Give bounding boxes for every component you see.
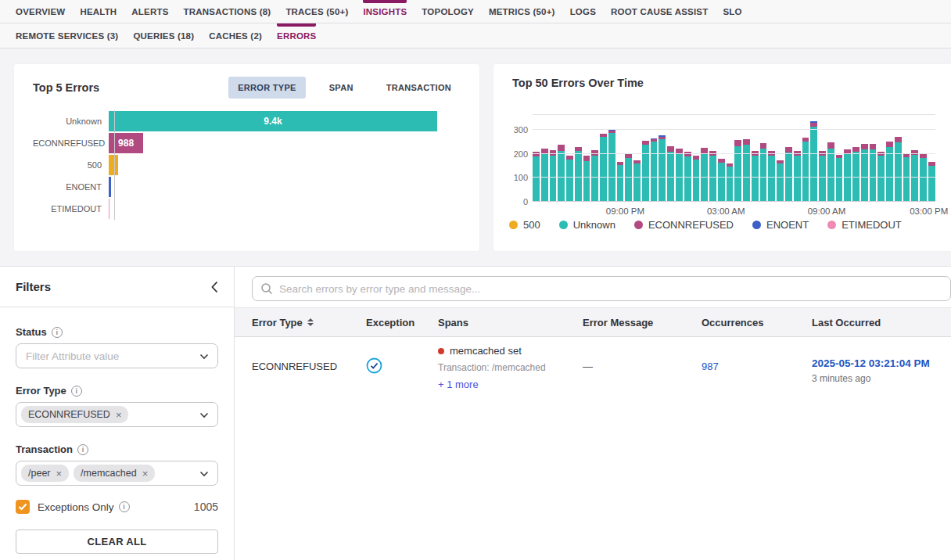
- clear-all-button[interactable]: CLEAR ALL: [16, 529, 218, 554]
- stacked-bar[interactable]: [583, 156, 590, 202]
- tab-root-cause-assist[interactable]: ROOT CAUSE ASSIST: [611, 0, 708, 23]
- info-icon[interactable]: i: [71, 386, 82, 397]
- stacked-bar[interactable]: [777, 160, 784, 202]
- stacked-bar[interactable]: [591, 150, 598, 202]
- status-filter-input[interactable]: [21, 350, 194, 362]
- filter-label-text: Status: [16, 326, 47, 338]
- x-tick-label: 09:00 AM: [808, 206, 846, 216]
- bar-segment-unknown: [802, 142, 809, 200]
- chevron-down-icon[interactable]: [199, 412, 209, 418]
- stacked-bar[interactable]: [785, 147, 792, 202]
- stacked-bar[interactable]: [760, 143, 767, 202]
- legend-item-etimedout[interactable]: ETIMEDOUT: [827, 219, 902, 231]
- tab-slo[interactable]: SLO: [723, 0, 741, 23]
- info-icon[interactable]: i: [119, 501, 130, 512]
- toggle-span[interactable]: SPAN: [320, 77, 363, 99]
- errors-search-input[interactable]: [279, 283, 950, 295]
- tab-queries[interactable]: QUERIES (18): [133, 23, 194, 48]
- remove-tag-icon[interactable]: ×: [116, 410, 122, 420]
- column-label: Exception: [366, 317, 414, 328]
- stacked-bar[interactable]: [667, 146, 674, 202]
- info-icon[interactable]: i: [77, 444, 88, 455]
- bar-segment-unknown: [718, 163, 725, 201]
- tab-logs[interactable]: LOGS: [570, 0, 596, 23]
- stacked-bar[interactable]: [701, 148, 708, 202]
- tab-label: SLO: [723, 7, 741, 16]
- stacked-bar[interactable]: [617, 162, 624, 202]
- spans-more-link[interactable]: + 1 more: [438, 379, 479, 390]
- chevron-down-icon[interactable]: [199, 471, 209, 477]
- stacked-bar[interactable]: [911, 150, 918, 202]
- stacked-bar[interactable]: [659, 135, 666, 202]
- bar-enoent[interactable]: [109, 177, 111, 197]
- tab-errors[interactable]: ERRORS: [277, 23, 316, 48]
- column-label: Error Message: [583, 317, 653, 328]
- stacked-bar[interactable]: [861, 144, 868, 202]
- stacked-bar[interactable]: [836, 155, 843, 202]
- tab-health[interactable]: HEALTH: [80, 0, 117, 23]
- stacked-bar[interactable]: [541, 149, 548, 202]
- secondary-nav: REMOTE SERVICES (3) QUERIES (18) CACHES …: [0, 23, 951, 48]
- exceptions-only-checkbox[interactable]: [16, 500, 30, 514]
- stacked-bar[interactable]: [844, 149, 851, 202]
- tab-alerts[interactable]: ALERTS: [131, 0, 168, 23]
- column-label: Last Occurred: [812, 317, 881, 328]
- bar-unknown[interactable]: 9.4k: [109, 111, 437, 131]
- stacked-bar[interactable]: [676, 149, 683, 202]
- legend-item-enoent[interactable]: ENOENT: [752, 219, 809, 231]
- stacked-bar[interactable]: [752, 151, 759, 202]
- info-icon[interactable]: i: [52, 327, 63, 338]
- stacked-bar[interactable]: [718, 159, 725, 202]
- tab-traces[interactable]: TRACES (50+): [285, 0, 348, 23]
- category-label: ENOENT: [33, 182, 108, 192]
- error-type-filter-select[interactable]: ECONNREFUSED ×: [16, 402, 218, 427]
- bar-etimedout[interactable]: [109, 199, 109, 219]
- tab-caches[interactable]: CACHES (2): [209, 23, 262, 48]
- tab-remote-services[interactable]: REMOTE SERVICES (3): [16, 23, 118, 48]
- tab-overview[interactable]: OVERVIEW: [16, 0, 65, 23]
- stacked-bar[interactable]: [852, 147, 859, 202]
- stacked-bar[interactable]: [870, 144, 877, 202]
- tab-metrics[interactable]: METRICS (50+): [489, 0, 555, 23]
- stacked-bar[interactable]: [727, 163, 734, 202]
- transaction-filter-select[interactable]: /peer × /memcached ×: [16, 461, 218, 486]
- tab-transactions[interactable]: TRANSACTIONS (8): [184, 0, 271, 23]
- stacked-bar[interactable]: [768, 151, 775, 202]
- legend-item-unknown[interactable]: Unknown: [559, 219, 615, 231]
- last-occurred-link[interactable]: 2025-05-12 03:21:04 PM: [812, 357, 930, 369]
- remove-tag-icon[interactable]: ×: [56, 468, 63, 479]
- stacked-bar[interactable]: [550, 150, 557, 202]
- tab-topology[interactable]: TOPOLOGY: [422, 0, 474, 23]
- occurrences-link[interactable]: 987: [702, 361, 719, 372]
- collapse-panel-button[interactable]: [211, 281, 218, 293]
- stacked-bar[interactable]: [633, 160, 641, 202]
- stacked-bar[interactable]: [810, 121, 817, 202]
- stacked-bar[interactable]: [895, 137, 902, 202]
- stacked-bar[interactable]: [928, 162, 935, 202]
- toggle-error-type[interactable]: ERROR TYPE: [228, 77, 306, 99]
- y-tick-label: 300: [514, 125, 528, 135]
- stacked-bar[interactable]: [802, 138, 809, 202]
- stacked-bar[interactable]: [734, 140, 741, 202]
- chevron-down-icon[interactable]: [199, 354, 209, 360]
- search-icon: [260, 282, 273, 295]
- stacked-bar[interactable]: [608, 130, 615, 202]
- legend-item-econnrefused[interactable]: ECONNREFUSED: [634, 219, 734, 231]
- stacked-bar[interactable]: [651, 138, 658, 202]
- toggle-transaction[interactable]: TRANSACTION: [377, 77, 461, 99]
- remove-tag-icon[interactable]: ×: [142, 468, 149, 479]
- stacked-bar[interactable]: [886, 142, 893, 202]
- stacked-bar[interactable]: [743, 139, 750, 202]
- bar-segment-unknown: [583, 161, 590, 201]
- stacked-bar[interactable]: [827, 142, 834, 202]
- table-row[interactable]: ECONNREFUSED memcached set Transaction: …: [235, 337, 951, 390]
- stacked-bar[interactable]: [575, 147, 582, 202]
- stacked-bar[interactable]: [642, 141, 649, 202]
- stacked-bar[interactable]: [693, 156, 700, 202]
- stacked-bar[interactable]: [566, 156, 573, 202]
- sort-icon[interactable]: [307, 318, 314, 326]
- stacked-bar[interactable]: [600, 134, 607, 202]
- tab-insights[interactable]: INSIGHTS: [363, 0, 407, 23]
- column-header-error-type[interactable]: Error Type: [252, 317, 366, 328]
- legend-item-500[interactable]: 500: [509, 219, 540, 231]
